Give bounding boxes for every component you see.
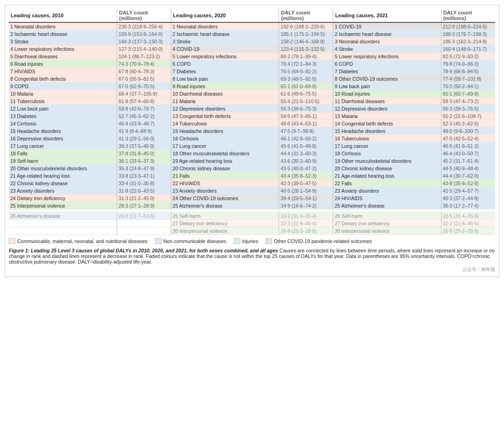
table-row-extra: 30 Interpersonal violence26·9 (25·3–28·6… <box>9 227 495 235</box>
table-row: 25 Interpersonal violence28·3 (27·1–29·9… <box>9 202 495 209</box>
table-row: 14 Cirrhosis45·9 (43·9–48·7)14 Tuberculo… <box>9 120 495 127</box>
table-row: 9 COPD67·0 (62·9–70·5)9 Road injuries65·… <box>9 83 495 90</box>
table-row: 10 Malaria66·4 (37·7–105·9)10 Diarrhoeal… <box>9 90 495 98</box>
legend-color-box <box>155 238 161 244</box>
header-cause-2020: Leading causes, 2020 <box>171 9 279 22</box>
table-row: 5 Diarrhoeal diseases104·1 (86·7–123·2)5… <box>9 53 495 60</box>
table-row: 21 Age-related hearing loss33·8 (23·3–47… <box>9 172 495 180</box>
table-row: 8 Congenital birth defects67·5 (55·9–82·… <box>9 75 495 83</box>
table-row: 18 Falls37·8 (31·8–45·0)18 Other musculo… <box>9 150 495 157</box>
legend-item: Other COVID-19 pandemic-related outcomes <box>266 238 372 244</box>
header-daly-2021: DALY count (millions) <box>441 9 495 22</box>
legend-item: Communicable, maternal, neonatal, and nu… <box>9 238 147 244</box>
legend-label: Communicable, maternal, neonatal, and nu… <box>17 238 147 244</box>
table-row: 7 HIV/AIDS67·8 (60·4–78·3)7 Diabetes76·5… <box>9 68 495 75</box>
table-row: 16 Depressive disorders41·3 (29·1–56·0)1… <box>9 135 495 142</box>
table-row: 22 Chronic kidney disease33·4 (31·0–35·8… <box>9 180 495 187</box>
table-row: 2 Ischaemic heart disease159·9 (153·8–16… <box>9 30 495 38</box>
main-container: Leading causes, 2010 DALY count (million… <box>5 5 499 277</box>
table-row-extra: 26 Alzheimer's disease24·8 (11·7–53·6)26… <box>9 212 495 220</box>
table-row: 23 Anxiety disorders31·8 (22·0–43·5)23 A… <box>9 187 495 195</box>
table-row: 17 Lung cancer39·3 (37·5–40·9)17 Lung ca… <box>9 142 495 150</box>
table-row: 15 Headache disorders41·9 (8·4–88·9)15 H… <box>9 127 495 135</box>
caption-title: Figure 1: Leading 25 Level 3 causes of g… <box>9 248 278 253</box>
header-daly-2010: DALY count (millions) <box>117 9 171 22</box>
table-row: 1 Neonatal disorders236·3 (218·9–256·4)1… <box>9 22 495 30</box>
table-row: 13 Diabetes52·7 (45·3–62·2)13 Congenital… <box>9 112 495 120</box>
table-row-extra: 27 Dietary iron deficiency32·3 (21·8–46·… <box>9 220 495 227</box>
legend-color-box <box>266 238 272 244</box>
table-row: 6 Road injuries74·3 (70·9–78·4)6 COPD78·… <box>9 60 495 68</box>
header-cause-2010: Leading causes, 2010 <box>9 9 117 22</box>
legend-label: Other COVID-19 pandemic-related outcomes <box>274 238 372 244</box>
legend-label: Injuries <box>242 238 258 244</box>
table-row: 4 Lower respiratory infections127·3 (115… <box>9 45 495 53</box>
table-row: 12 Low back pain58·8 (42·0–78·7)12 Depre… <box>9 105 495 112</box>
header-daly-2020: DALY count (millions) <box>279 9 333 22</box>
legend-label: Non-communicable diseases <box>163 238 226 244</box>
table-row: 19 Self-harm36·1 (33·6–37·3)19 Age-relat… <box>9 157 495 165</box>
watermark: 公众号：和年茄 <box>9 266 495 273</box>
legend-item: Non-communicable diseases <box>155 238 226 244</box>
table-row: 3 Stroke144·3 (137·3–150·3)3 Stroke158·2… <box>9 38 495 45</box>
legend-color-box <box>9 238 15 244</box>
table-row: 11 Tuberculosis61·8 (57·4–66·8)11 Malari… <box>9 98 495 105</box>
header-cause-2021: Leading causes, 2021 <box>333 9 441 22</box>
column-headers: Leading causes, 2010 DALY count (million… <box>9 9 495 22</box>
table-row: 24 Dietary iron deficiency31·3 (21·2–45·… <box>9 195 495 202</box>
caption-section: Figure 1: Leading 25 Level 3 causes of g… <box>9 248 495 265</box>
table-row: 20 Other musculoskeletal disorders35·3 (… <box>9 165 495 172</box>
legend-section: Communicable, maternal, neonatal, and nu… <box>9 238 495 244</box>
legend-item: Injuries <box>234 238 258 244</box>
legend-color-box <box>234 238 240 244</box>
